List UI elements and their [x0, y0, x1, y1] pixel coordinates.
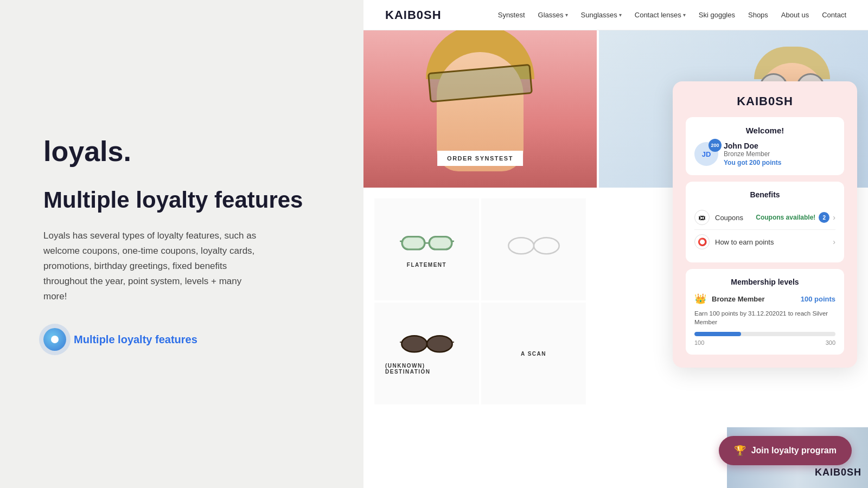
- user-points: You got 200 points: [724, 159, 781, 166]
- user-tier: Bronze Member: [724, 150, 781, 158]
- hero-image-1: ORDER SYNSTEST: [363, 30, 597, 188]
- nav-item-ski-goggles[interactable]: Ski goggles: [699, 11, 735, 19]
- svg-point-11: [427, 336, 452, 352]
- loyalty-widget: KAIB0SH Welcome! JD 200 John Doe Bronze …: [673, 81, 857, 368]
- svg-point-10: [401, 336, 427, 352]
- navbar-logo: KAIB0SH: [385, 8, 442, 22]
- nav-item-synstest[interactable]: Synstest: [498, 11, 525, 19]
- widget-membership-card: Membership levels 👑 Bronze Member 100 po…: [686, 269, 844, 355]
- nav-item-sunglasses[interactable]: Sunglasses ▾: [581, 11, 622, 19]
- membership-crown-icon: 👑: [694, 293, 706, 305]
- coupon-icon: 🎟: [694, 210, 710, 225]
- svg-rect-5: [402, 236, 425, 249]
- loyalty-link-text: Multiple loyalty features: [74, 333, 197, 346]
- flatement-label: FLATEMENT: [407, 262, 446, 268]
- product-area: FLATEMENT (UNKNOWN) DESTINATION A SCAN: [363, 188, 597, 415]
- coupons-chevron-icon: ›: [833, 213, 835, 222]
- nav-item-glasses[interactable]: Glasses ▾: [538, 11, 568, 19]
- join-icon: 🏆: [734, 445, 746, 457]
- glasses-chevron-icon: ▾: [565, 12, 568, 18]
- contact-lenses-chevron-icon: ▾: [683, 12, 686, 18]
- benefit-coupons-row[interactable]: 🎟 Coupons Coupons available! 2 ›: [694, 206, 835, 230]
- coupons-label: Coupons: [715, 214, 756, 222]
- points-badge: 200: [709, 139, 722, 152]
- placeholder1-glasses-icon: [507, 234, 561, 256]
- user-name: John Doe: [724, 142, 781, 150]
- membership-level-name: Bronze Member: [712, 295, 801, 303]
- progress-labels: 100 300: [694, 339, 835, 346]
- section-heading: Multiple loyalty features: [43, 187, 320, 213]
- progress-bar-fill: [694, 332, 741, 336]
- benefit-earn-points-row[interactable]: ⭕ How to earn points ›: [694, 230, 835, 254]
- earn-points-icon: ⭕: [694, 234, 710, 249]
- svg-point-7: [508, 237, 534, 254]
- unknown-destination-label: (UNKNOWN) DESTINATION: [385, 363, 468, 375]
- kaibosh-bottom-logo: KAIB0SH: [815, 467, 861, 478]
- product-unknown-destination[interactable]: (UNKNOWN) DESTINATION: [374, 303, 479, 404]
- earn-points-chevron-icon: ›: [833, 237, 835, 246]
- a-scan-label: A SCAN: [521, 351, 546, 357]
- nav-item-contact[interactable]: Contact: [822, 11, 846, 19]
- join-loyalty-program-button[interactable]: 🏆 Join loyalty program: [719, 436, 852, 465]
- widget-benefits-card: Benefits 🎟 Coupons Coupons available! 2 …: [686, 182, 844, 262]
- loyalty-link[interactable]: Multiple loyalty features: [43, 328, 320, 351]
- coupons-count: 2: [819, 212, 829, 223]
- avatar-wrapper: JD 200: [694, 142, 718, 166]
- flatement-glasses-icon: [400, 232, 454, 253]
- product-flatement[interactable]: FLATEMENT: [374, 198, 479, 300]
- nav-items: Synstest Glasses ▾ Sunglasses ▾ Contact …: [498, 11, 846, 19]
- membership-points-value: 100 points: [801, 295, 835, 303]
- nav-item-about-us[interactable]: About us: [781, 11, 809, 19]
- unknown-glasses-icon: [400, 332, 454, 354]
- left-panel: loyals. Multiple loyalty features Loyals…: [0, 0, 363, 488]
- navbar: KAIB0SH Synstest Glasses ▾ Sunglasses ▾ …: [363, 0, 868, 30]
- progress-bar: [694, 332, 835, 336]
- nav-item-shops[interactable]: Shops: [748, 11, 768, 19]
- nav-item-contact-lenses[interactable]: Contact lenses ▾: [635, 11, 686, 19]
- membership-level-row: 👑 Bronze Member 100 points: [694, 293, 835, 305]
- loyalty-dot-inner: [51, 336, 59, 343]
- earn-points-label: How to earn points: [715, 238, 833, 246]
- svg-rect-6: [429, 236, 452, 249]
- right-panel: ORDER SYNSTEST: [363, 0, 868, 488]
- user-info: John Doe Bronze Member You got 200 point…: [724, 142, 781, 166]
- brand-title: loyals.: [43, 137, 320, 165]
- loyalty-dot-icon: [43, 328, 66, 351]
- join-btn-label: Join loyalty program: [751, 446, 837, 455]
- widget-welcome-card: Welcome! JD 200 John Doe Bronze Member Y…: [686, 117, 844, 175]
- product-placeholder-1[interactable]: [481, 198, 586, 300]
- section-body: Loyals has several types of loyalty feat…: [43, 228, 260, 304]
- svg-point-8: [534, 237, 559, 254]
- coupons-available-text: Coupons available!: [756, 214, 815, 221]
- product-a-scan[interactable]: A SCAN: [481, 303, 586, 404]
- membership-title: Membership levels: [694, 278, 835, 286]
- order-synstest-button[interactable]: ORDER SYNSTEST: [437, 151, 523, 166]
- welcome-title: Welcome!: [694, 126, 835, 135]
- sunglasses-chevron-icon: ▾: [619, 12, 622, 18]
- membership-desc: Earn 100 points by 31.12.202021 to reach…: [694, 309, 835, 326]
- progress-min: 100: [694, 339, 704, 346]
- benefits-title: Benefits: [694, 190, 835, 199]
- user-row: JD 200 John Doe Bronze Member You got 20…: [694, 142, 835, 166]
- progress-max: 300: [826, 339, 835, 346]
- widget-logo: KAIB0SH: [686, 94, 844, 108]
